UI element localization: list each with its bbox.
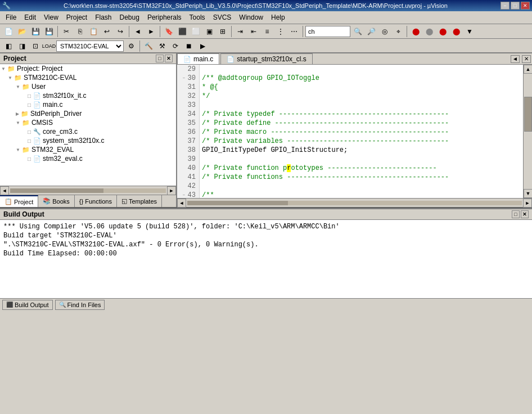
format2-button[interactable]: ⋯: [288, 25, 300, 38]
tree-item-corecm3[interactable]: ▶ □ 🔧 core_cm3.c: [0, 127, 176, 136]
toggle3-button[interactable]: ▣: [203, 25, 215, 38]
code-content[interactable]: /** @addtogroup GPIO_IOToggle * @{ */ /*…: [200, 65, 523, 198]
more-btn[interactable]: ▼: [463, 25, 476, 38]
minimize-button[interactable]: −: [501, 2, 510, 10]
fold-icon[interactable]: ▶: [16, 111, 19, 116]
fold-icon[interactable]: ▼: [16, 120, 20, 125]
menu-item-tools[interactable]: Tools: [186, 12, 209, 22]
tree-item-cmsis[interactable]: ▼ 📁 CMSIS: [0, 118, 176, 127]
build-float-btn[interactable]: □: [512, 210, 520, 218]
red2-btn[interactable]: ⬤: [436, 25, 449, 38]
search2-button[interactable]: 🔎: [365, 25, 377, 38]
maximize-button[interactable]: □: [511, 2, 520, 10]
panel-close-btn[interactable]: ✕: [165, 55, 173, 62]
close-button[interactable]: ✕: [521, 2, 530, 10]
menu-item-file[interactable]: File: [2, 12, 20, 22]
run-to-main-btn[interactable]: ▶: [196, 40, 209, 52]
save-button[interactable]: 💾: [29, 25, 42, 38]
open-file-button[interactable]: 📂: [16, 25, 28, 38]
vert-scrollbar[interactable]: ▲ ▼: [523, 65, 532, 198]
toggle4-button[interactable]: ⊞: [217, 25, 229, 38]
tab-mainc[interactable]: 📄 main.c: [177, 53, 219, 64]
tree-item-evalc[interactable]: ▶ □ 📄 stm32_eval.c: [0, 154, 176, 163]
scroll-left-btn[interactable]: ◄: [0, 186, 9, 195]
tree-item-stm32eval[interactable]: ▼ 📁 STM32_EVAL: [0, 145, 176, 154]
scroll-right-btn[interactable]: ►: [167, 186, 176, 195]
toggle2-button[interactable]: ⬜: [190, 25, 202, 38]
search3-button[interactable]: ◎: [378, 25, 391, 38]
stop-build-btn[interactable]: ⏹: [183, 40, 195, 52]
tree-item-stdperiph[interactable]: ▶ 📁 StdPeriph_Driver: [0, 109, 176, 118]
code-prev-btn[interactable]: ◄: [511, 55, 520, 63]
code-scrollbar-h[interactable]: ◄ ►: [177, 198, 532, 207]
tree-scrollbar-h[interactable]: ◄ ►: [0, 186, 176, 195]
format-button[interactable]: ⋮: [274, 25, 287, 38]
target3-btn[interactable]: ⊡: [29, 40, 42, 52]
fold-43[interactable]: −: [183, 191, 186, 198]
menu-item-window[interactable]: Window: [236, 12, 267, 22]
tab-project[interactable]: 📋 Project: [0, 195, 38, 207]
red3-btn[interactable]: ⬤: [450, 25, 462, 38]
code-close-btn[interactable]: ✕: [522, 55, 531, 63]
tab-templates[interactable]: ◱ Templates: [117, 195, 162, 207]
menu-item-view[interactable]: View: [40, 12, 62, 22]
new-file-button[interactable]: 📄: [2, 25, 15, 38]
project-tree[interactable]: ▼ 📁 Project: Project ▼ 📁 STM3210C-EVAL ▼…: [0, 64, 176, 186]
menu-item-help[interactable]: Help: [268, 12, 288, 22]
scroll-track[interactable]: [524, 74, 532, 189]
tree-item-user[interactable]: ▼ 📁 User: [0, 82, 176, 91]
search-button[interactable]: 🔍: [351, 25, 364, 38]
code-scroll-right[interactable]: ►: [523, 199, 532, 208]
copy-button[interactable]: ⎘: [74, 25, 86, 38]
scroll-thumb[interactable]: [524, 97, 532, 132]
fold-icon[interactable]: ▼: [1, 66, 6, 71]
build-btn[interactable]: 🔨: [142, 40, 155, 52]
code-scroll-left[interactable]: ◄: [177, 199, 186, 208]
save-all-button[interactable]: 💾: [43, 25, 55, 38]
tree-item-system[interactable]: ▶ □ 📄 system_stm32f10x.c: [0, 136, 176, 145]
panel-float-btn[interactable]: □: [156, 55, 164, 62]
load-btn[interactable]: LOAD: [43, 40, 55, 52]
tree-item-it[interactable]: ▶ □ 📄 stm32f10x_it.c: [0, 91, 176, 100]
menu-item-flash[interactable]: Flash: [92, 12, 115, 22]
menu-item-peripherals[interactable]: Peripherals: [144, 12, 185, 22]
gray-btn[interactable]: ⬤: [423, 25, 435, 38]
target-combo[interactable]: STM3210C-EVAL: [56, 40, 124, 52]
tree-item-project[interactable]: ▼ 📁 Project: Project: [0, 64, 176, 73]
menu-item-edit[interactable]: Edit: [21, 12, 39, 22]
red-btn[interactable]: ⬤: [409, 25, 422, 38]
menu-item-svcs[interactable]: SVCS: [210, 12, 235, 22]
redo-button[interactable]: ↪: [114, 25, 127, 38]
menu-item-project[interactable]: Project: [63, 12, 91, 22]
tree-item-stm32[interactable]: ▼ 📁 STM3210C-EVAL: [0, 73, 176, 82]
bookmark-button[interactable]: 🔖: [163, 25, 175, 38]
tab-startup[interactable]: 📄 startup_stm32f10x_cl.s: [220, 53, 312, 64]
fold-30[interactable]: −: [183, 74, 186, 83]
fold-icon[interactable]: ▼: [16, 84, 20, 89]
scroll-up-btn[interactable]: ▲: [524, 65, 532, 74]
indent-button[interactable]: ⇥: [234, 25, 246, 38]
status-build-output[interactable]: ⬛ Build Output: [2, 300, 53, 310]
nav-back-button[interactable]: ◄: [132, 25, 144, 38]
status-find-files[interactable]: 🔍 Find In Files: [55, 300, 105, 310]
target-settings-btn[interactable]: ⚙: [125, 40, 137, 52]
tree-item-main[interactable]: ▶ □ 📄 main.c: [0, 100, 176, 109]
toggle-button[interactable]: ⬛: [176, 25, 188, 38]
nav-fwd-button[interactable]: ►: [145, 25, 157, 38]
cut-button[interactable]: ✂: [60, 25, 73, 38]
fold-icon[interactable]: ▼: [8, 75, 12, 80]
rebuild-btn[interactable]: ⚒: [156, 40, 168, 52]
search-input[interactable]: [305, 26, 350, 37]
translate-btn[interactable]: ⟳: [169, 40, 182, 52]
tab-books[interactable]: 📚 Books: [38, 195, 75, 207]
scroll-down-btn[interactable]: ▼: [524, 189, 532, 198]
align-button[interactable]: ≡: [261, 25, 273, 38]
search4-button[interactable]: ⌖: [392, 25, 404, 38]
build-close-btn[interactable]: ✕: [521, 210, 529, 218]
tab-functions[interactable]: {} Functions: [75, 195, 117, 207]
fold-icon[interactable]: ▼: [16, 147, 20, 152]
paste-button[interactable]: 📋: [87, 25, 100, 38]
undo-button[interactable]: ↩: [101, 25, 113, 38]
outdent-button[interactable]: ⇤: [247, 25, 260, 38]
code-editor[interactable]: 29 −30 31 32 33 34 35 36 37 38 39 40 41 …: [177, 65, 532, 198]
